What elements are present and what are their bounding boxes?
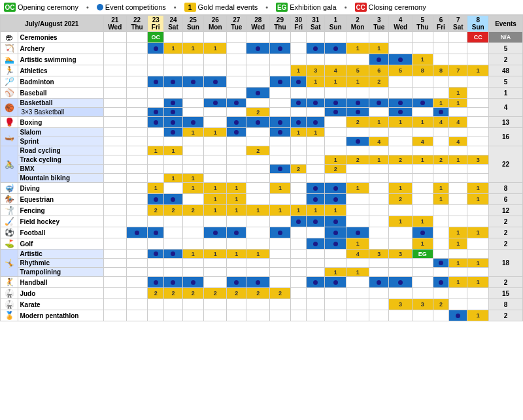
day-3: 3Tue: [369, 16, 389, 32]
day-8: 8Sun: [467, 16, 489, 32]
day-29: 29Thu: [269, 16, 290, 32]
cycling-track-row: Track cycling 1 2 1 2 1 2 1 3: [1, 155, 523, 165]
day-5: 5Thu: [412, 16, 433, 32]
basketball-parent-row: 🏀 Basketball 1 1 4: [1, 99, 523, 108]
football-row: ⚽ Football 1 1 2: [1, 227, 523, 238]
equestrian-row: 🏇 Equestrian 1 1 2 1 1 6: [1, 194, 523, 205]
legend-bar: OC Opening ceremony • Event competitions…: [0, 0, 523, 15]
fencing-row: 🤺 Fencing 2 2 2 1 1 1 1 1 1 1 12: [1, 205, 523, 216]
day-2: 2Mon: [346, 16, 369, 32]
canoeing-slalom-row: 🛶 Slalom 1 1 1 1 16: [1, 128, 523, 137]
legend-cc: CC Closing ceremony: [355, 3, 426, 12]
gymnastics-artistic-row: 🤸 Artistic 1 1 1 1 4 3 3 EG 18: [1, 250, 523, 259]
day-27: 27Tue: [227, 16, 246, 32]
day-30: 30Fri: [290, 16, 306, 32]
day-28: 28Wed: [246, 16, 270, 32]
day-21: 21Wed: [103, 16, 127, 32]
ceremonies-icon: 🏟: [1, 32, 18, 43]
basketball-3x3-row: 3×3 Basketball 2: [1, 108, 523, 117]
legend-event: Event competitions: [97, 3, 166, 11]
athletics-row: 🏃 Athletics 1 3 4 5 6 5 8 8 7 1 48: [1, 65, 523, 76]
golf-row: ⛳ Golf 1 1 1 2: [1, 238, 523, 250]
day-1: 1Sun: [325, 16, 346, 32]
archery-row: 🏹 Archery 1 1 1 1 1 5: [1, 43, 523, 54]
canoeing-sprint-row: Sprint 4 4 4: [1, 137, 523, 146]
day-24: 24Sat: [164, 16, 182, 32]
legend-oc: OC Opening ceremony: [4, 3, 78, 12]
day-26: 26Mon: [204, 16, 227, 32]
artistic-swimming-row: 🏊 Artistic swimming 1 2: [1, 54, 523, 65]
day-31: 31Sat: [307, 16, 325, 32]
badminton-row: 🏸 Badminton 1 1 1 2 5: [1, 76, 523, 88]
schedule-table: July/August 2021 21Wed 22Thu 23Fri 24Sat…: [0, 15, 523, 321]
day-6: 6Fri: [433, 16, 448, 32]
cycling-mountain-row: Mountain biking 1 1: [1, 174, 523, 183]
month-header: July/August 2021: [1, 16, 104, 32]
day-4: 4Wed: [389, 16, 413, 32]
day-22: 22Thu: [127, 16, 148, 32]
legend-gold: 1 Gold medal events: [184, 3, 258, 12]
day-25: 25Sun: [182, 16, 204, 32]
cycling-bmx-row: BMX 2 2: [1, 165, 523, 174]
judo-row: 🥋 Judo 2 2 2 2 2 2 2 15: [1, 288, 523, 299]
day-23: 23Fri: [148, 16, 164, 32]
karate-row: 🥋 Karate 3 3 2 8: [1, 299, 523, 310]
gymnastics-trampoline-row: Trampolining 1 1: [1, 268, 523, 277]
day-7: 7Sat: [449, 16, 467, 32]
field-hockey-row: 🏑 Field hockey 1 1 2: [1, 216, 523, 227]
diving-row: 🤿 Diving 1 1 1 1 1 1 1 1 1 8: [1, 183, 523, 194]
handball-row: 🤾 Handball 1 1 2: [1, 277, 523, 288]
modern-pentathlon-row: 🏅 Modern pentathlon 1 2: [1, 310, 523, 321]
ceremonies-row: 🏟 Ceremonies OC CC N/A: [1, 32, 523, 43]
cycling-road-row: 🚴 Road cycling 1 1 2 22: [1, 146, 523, 155]
baseball-row: ⚾ Baseball 1 1: [1, 88, 523, 99]
boxing-row: 🥊 Boxing 2 1 1 1 4 4 13: [1, 117, 523, 128]
header-row: July/August 2021 21Wed 22Thu 23Fri 24Sat…: [1, 16, 523, 32]
events-header: Events: [489, 16, 523, 32]
ceremonies-label: Ceremonies: [18, 32, 103, 43]
gymnastics-rhythmic-row: Rhythmic 1 1: [1, 259, 523, 268]
legend-eg: EG Exhibition gala: [276, 3, 337, 12]
